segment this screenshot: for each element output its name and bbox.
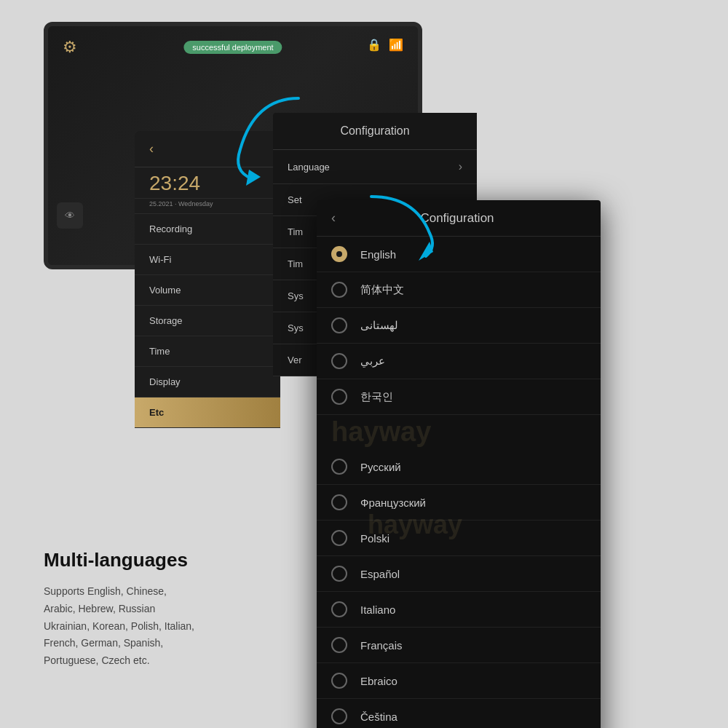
radio-korean [331,389,347,405]
eye-icon: 👁 [57,202,83,229]
lang-spanish[interactable]: Español [317,556,601,592]
radio-spanish [331,566,347,582]
status-icons: 🔒 📶 [367,38,403,52]
lang-chinese[interactable]: 简体中文 [317,272,601,308]
radio-czech [331,708,347,724]
lang-italian-label: Italiano [360,604,395,616]
radio-chinese [331,282,347,298]
tim1-label: Tim [288,226,303,237]
radio-italian [331,601,347,617]
lang-arabic-label: عربي [360,355,385,368]
lang-korean[interactable]: 한국인 [317,379,601,415]
deployment-badge: successful deployment [183,41,282,54]
ver-label: Ver [288,355,302,365]
sys1-label: Sys [288,290,304,301]
radio-arabic [331,353,347,369]
arrow-2 [357,189,459,262]
section-description: Supports English, Chinese,Arabic, Hebrew… [44,583,194,670]
watermark-1: hayway [317,415,601,449]
lang-hebrew[interactable]: Ebraico [317,663,601,699]
arrow-1 [211,91,328,186]
bottom-section: Multi-languages Supports English, Chines… [44,549,194,670]
section-heading: Multi-languages [44,549,194,571]
tim2-label: Tim [288,258,303,269]
gear-icon: ⚙ [63,38,77,57]
language-panel: ‹ Configuration English 简体中文 لهستانی عرب… [317,200,601,728]
lang-persian[interactable]: لهستانی [317,308,601,344]
radio-hebrew [331,673,347,689]
chevron-right-icon: › [459,160,462,173]
lang-french-ru-label: Французский [360,496,426,509]
menu-time[interactable]: Time [135,336,280,367]
menu-volume[interactable]: Volume [135,275,280,306]
lang-french-ru[interactable]: Французский [317,485,601,521]
lock-icon: 🔒 [367,38,381,52]
lang-polish[interactable]: Polski [317,521,601,556]
lang-italian[interactable]: Italiano [317,592,601,628]
lang-russian-label: Русский [360,461,401,473]
wifi-icon: 📶 [389,38,403,52]
menu-etc[interactable]: Etc [135,397,280,428]
lang-arabic[interactable]: عربي [317,344,601,379]
lang-persian-label: لهستانی [360,319,398,332]
lang-czech-label: Čeština [360,711,397,723]
menu-display[interactable]: Display [135,367,280,397]
lang-czech[interactable]: Čeština [317,699,601,728]
radio-polish [331,530,347,546]
lang-chinese-label: 简体中文 [360,283,404,297]
radio-french [331,637,347,653]
radio-french-ru [331,494,347,510]
svg-marker-0 [246,170,261,186]
lang-russian[interactable]: Русский [317,449,601,485]
radio-english [331,246,347,262]
language-back-button[interactable]: ‹ [331,210,336,226]
lang-korean-label: 한국인 [360,390,393,404]
menu-storage[interactable]: Storage [135,306,280,336]
sys2-label: Sys [288,323,304,333]
radio-persian [331,317,347,333]
radio-russian [331,459,347,475]
lang-french-label: Français [360,639,403,652]
menu-wifi[interactable]: Wi-Fi [135,245,280,275]
lang-spanish-label: Español [360,568,400,580]
lang-french[interactable]: Français [317,628,601,663]
menu-recording[interactable]: Recording [135,214,280,245]
date-display: 25.2021 · Wednesday [135,199,280,214]
set-label: Set [288,194,302,205]
lang-polish-label: Polski [360,532,389,545]
lang-hebrew-label: Ebraico [360,675,397,687]
